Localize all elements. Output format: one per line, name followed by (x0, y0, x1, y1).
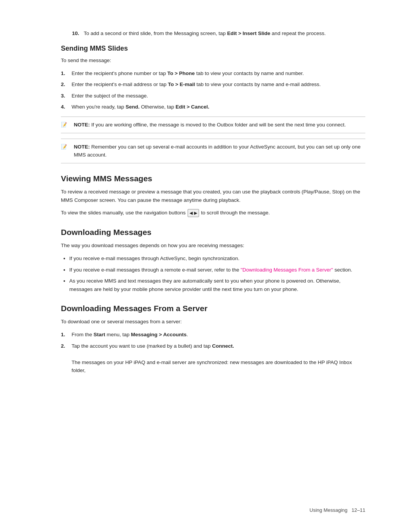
section-downloading-messages: Downloading Messages The way you downloa… (61, 228, 365, 293)
footer-label: Using Messaging (309, 507, 347, 513)
viewing-para-2: To view the slides manually, use the nav… (61, 209, 365, 217)
connect-bold: Connect. (212, 343, 234, 349)
note-text-1: NOTE: If you are working offline, the me… (74, 121, 365, 129)
nav-buttons-icon: ◀ ▶ (188, 209, 199, 217)
step-num: 2. (61, 80, 72, 89)
step-num: 3. (61, 92, 72, 100)
step-text: Enter the recipient's e-mail address or … (72, 80, 365, 89)
messaging-accounts-bold: Messaging > Accounts (131, 332, 186, 337)
step-text: Enter the subject of the message. (72, 92, 365, 100)
downloading-messages-heading: Downloading Messages (61, 228, 365, 237)
step-text: From the Start menu, tap Messaging > Acc… (72, 331, 365, 339)
note-label-2: NOTE: (74, 144, 90, 150)
list-item: If you receive e-mail messages through a… (69, 266, 365, 274)
downloading-bullets: If you receive e-mail messages through A… (61, 254, 365, 293)
bullet-text-3: As you receive MMS and text messages the… (69, 278, 341, 292)
sending-intro: To send the message: (61, 56, 365, 65)
bullet-text-2: If you receive e-mail messages through a… (69, 267, 352, 273)
edit-insert-slide-bold: Edit > Insert Slide (227, 30, 271, 36)
list-item: 2. Enter the recipient's e-mail address … (61, 80, 365, 89)
step-num: 4. (61, 103, 72, 111)
step-text: When you're ready, tap Send. Otherwise, … (72, 103, 365, 111)
sending-steps-list: 1. Enter the recipient's phone number or… (61, 69, 365, 111)
note-text-2: NOTE: Remember you can set up several e-… (74, 143, 365, 159)
page: 10. To add a second or third slide, from… (0, 0, 411, 532)
note-icon-2: 📝 (61, 143, 71, 151)
edit-cancel-bold: Edit > Cancel. (175, 104, 209, 110)
step-num: 1. (61, 69, 72, 78)
note-box-1: 📝 NOTE: If you are working offline, the … (61, 117, 365, 133)
step-content: To add a second or third slide, from the… (84, 30, 365, 36)
start-bold: Start (94, 332, 105, 337)
sending-mms-slides-heading: Sending MMS Slides (61, 45, 365, 53)
downloading-server-intro: To download one or several messages from… (61, 318, 365, 326)
section-downloading-from-server: Downloading Messages From a Server To do… (61, 304, 365, 375)
footer: Using Messaging 12–11 (309, 507, 365, 513)
step-num: 1. (61, 331, 72, 339)
sub-text: The messages on your HP iPAQ and e-mail … (72, 359, 352, 374)
to-phone-bold: To > Phone (167, 70, 195, 76)
viewing-mms-heading: Viewing MMS Messages (61, 174, 365, 183)
downloading-intro: The way you download messages depends on… (61, 241, 365, 250)
list-item: If you receive e-mail messages through A… (69, 254, 365, 263)
to-email-bold: To > E-mail (168, 81, 195, 87)
bullet-text-1: If you receive e-mail messages through A… (69, 256, 239, 261)
send-bold: Send. (126, 104, 140, 110)
note-label: NOTE: (74, 122, 90, 128)
note-icon-1: 📝 (61, 121, 71, 129)
list-item: 2. Tap the account you want to use (mark… (61, 342, 365, 375)
downloading-server-steps: 1. From the Start menu, tap Messaging > … (61, 331, 365, 375)
list-item: 3. Enter the subject of the message. (61, 92, 365, 100)
list-item: 4. When you're ready, tap Send. Otherwis… (61, 103, 365, 111)
note-box-2: 📝 NOTE: Remember you can set up several … (61, 139, 365, 163)
step-num: 2. (61, 342, 72, 375)
downloading-from-server-link[interactable]: "Downloading Messages From a Server" (241, 267, 333, 273)
downloading-from-server-heading: Downloading Messages From a Server (61, 304, 365, 313)
section-viewing-mms-messages: Viewing MMS Messages To review a receive… (61, 174, 365, 217)
step-text: Enter the recipient's phone number or ta… (72, 69, 365, 78)
step-10-block: 10. To add a second or third slide, from… (61, 30, 365, 36)
list-item: As you receive MMS and text messages the… (69, 277, 365, 293)
list-item: 1. Enter the recipient's phone number or… (61, 69, 365, 78)
step-text: Tap the account you want to use (marked … (72, 342, 365, 375)
footer-page-number: 12–11 (352, 507, 365, 513)
viewing-para-1: To review a received message or preview … (61, 188, 365, 204)
step-number: 10. (61, 30, 84, 36)
section-sending-mms-slides: Sending MMS Slides To send the message: … (61, 45, 365, 163)
list-item: 1. From the Start menu, tap Messaging > … (61, 331, 365, 339)
